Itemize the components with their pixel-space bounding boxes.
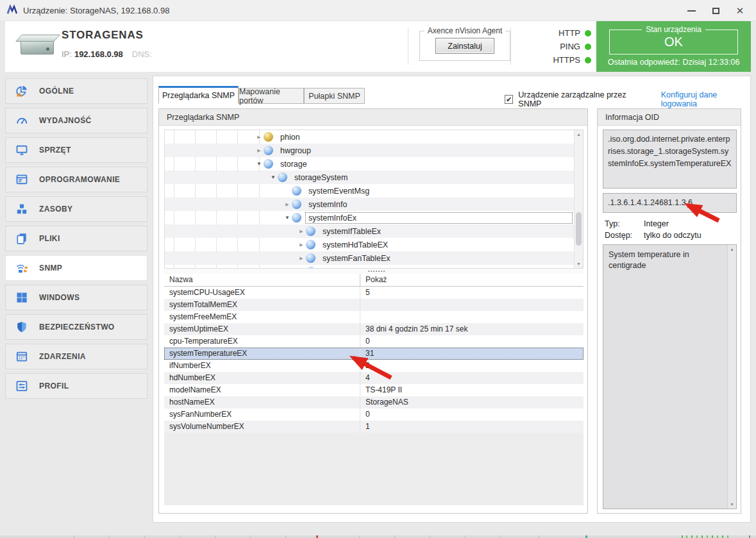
table-row-systemCPU-UsageEX[interactable]: systemCPU-UsageEX5: [164, 287, 584, 299]
taskbar-edge: [0, 535, 756, 538]
expand-arrow-icon[interactable]: ▶: [297, 242, 306, 248]
tree-node-systemInfo[interactable]: ▶systemInfo: [165, 198, 583, 211]
cell-name: systemCPU-UsageEX: [164, 287, 360, 299]
pie-chart-icon: [15, 85, 28, 97]
tree-node-systemInfoEx[interactable]: ▼systemInfoEx: [165, 211, 583, 224]
sidebar-item-windows[interactable]: WINDOWS: [5, 285, 147, 310]
table-row-sysVolumeNumberEX[interactable]: sysVolumeNumberEX1: [164, 421, 584, 433]
table-row-modelNameEX[interactable]: modelNameEXTS-419P II: [164, 384, 584, 396]
tree-node-hwgroup[interactable]: ▶hwgroup: [165, 144, 583, 157]
app-icon: [6, 4, 18, 16]
snmp-manageable-label: Urządzenie zarządzalne przez SNMP: [518, 90, 644, 108]
collapse-arrow-icon[interactable]: ▼: [255, 161, 264, 167]
expand-arrow-icon[interactable]: ▶: [255, 135, 264, 140]
sidebar-item-bezpieczenstwo[interactable]: BEZPIECZEŃSTWO: [5, 314, 147, 340]
expand-arrow-icon[interactable]: ▶: [255, 148, 264, 153]
sidebar-item-snmp[interactable]: SNMP: [5, 255, 147, 281]
sidebar-item-pliki[interactable]: PLIKI: [5, 226, 147, 251]
configure-credentials-link[interactable]: Konfiguruj dane logowania: [661, 90, 750, 108]
table-row-systemTemperatureEX[interactable]: systemTemperatureEX31: [164, 348, 584, 360]
snmp-network-icon: [15, 262, 28, 274]
sidebar-item-oprogramowanie[interactable]: OPROGRAMOWANIE: [5, 167, 147, 192]
taskbar-mark: [727, 535, 728, 538]
cell-value: [360, 299, 584, 311]
scroll-down-icon[interactable]: ▼: [728, 502, 736, 507]
tab-przegladarka-snmp[interactable]: Przeglądarka SNMP: [158, 86, 239, 104]
sidebar-item-ogolne[interactable]: OGÓLNE: [5, 78, 147, 104]
snmp-manageable-checkbox[interactable]: ✔: [505, 95, 513, 104]
tree-node-systemEventMsg[interactable]: systemEventMsg: [165, 184, 583, 198]
taskbar-mark: [749, 535, 750, 538]
sidebar-item-label: BEZPIECZEŃSTWO: [39, 323, 115, 332]
column-header-pokaz[interactable]: Pokaż: [360, 274, 584, 286]
scroll-down-icon[interactable]: ▼: [575, 262, 583, 266]
cell-value: 4: [360, 372, 584, 384]
tab-pulapki-snmp[interactable]: Pułapki SNMP: [304, 88, 365, 104]
title-bar: Urządzenie: StorageNAS, 192.168.0.98 ✕: [0, 0, 756, 21]
sidebar-item-label: OGÓLNE: [39, 87, 74, 96]
table-row-systemTotalMemEX[interactable]: systemTotalMemEX: [164, 299, 584, 311]
table-row-systemFreeMemEX[interactable]: systemFreeMemEX: [164, 311, 584, 323]
taskbar-mark: [250, 535, 251, 538]
scroll-up-icon[interactable]: ▲: [575, 132, 583, 137]
sidebar-item-wydajnosc[interactable]: WYDAJNOŚĆ: [5, 108, 147, 133]
blue-node-icon: [292, 199, 301, 209]
expand-arrow-icon[interactable]: ▶: [297, 229, 306, 234]
cell-name: hdNumberEX: [164, 372, 360, 384]
taskbar-mark: [707, 535, 708, 538]
access-value: tylko do odczytu: [644, 231, 701, 240]
taskbar-mark: [539, 535, 539, 538]
tree-node-label: storage: [278, 159, 310, 169]
taskbar-mark: [285, 535, 286, 538]
expand-arrow-icon[interactable]: ▶: [283, 202, 292, 207]
install-agent-button[interactable]: Zainstaluj: [435, 38, 494, 54]
tree-node-phion[interactable]: ▶phion: [165, 130, 583, 144]
table-row-hostNameEX[interactable]: hostNameEXStorageNAS: [164, 396, 584, 408]
check-http: HTTP: [541, 26, 591, 40]
blue-node-icon: [306, 253, 315, 263]
table-row-ifNumberEX[interactable]: ifNumberEX2: [164, 360, 584, 372]
cell-value: 38 dni 4 godzin 25 min 17 sek: [360, 323, 584, 335]
taskbar-mark: [359, 535, 360, 538]
cell-value: 1: [360, 421, 584, 433]
tree-scrollbar-thumb[interactable]: [576, 212, 582, 246]
scroll-up-icon[interactable]: ▲: [728, 247, 736, 251]
window-title: Urządzenie: StorageNAS, 192.168.0.98: [23, 6, 169, 15]
tree-scrollbar[interactable]: ▲ ▼: [574, 130, 583, 268]
sidebar-item-label: WINDOWS: [39, 293, 80, 302]
splitter-handle[interactable]: [164, 269, 584, 274]
expand-arrow-icon[interactable]: ▶: [297, 256, 306, 261]
oid-description-text: System temperature in centigrade: [603, 245, 736, 271]
sidebar-item-zdarzenia[interactable]: ZDARZENIA: [5, 344, 147, 369]
sidebar-item-profil[interactable]: PROFIL: [5, 373, 147, 399]
agent-groupbox-legend: Axence nVision Agent: [424, 26, 506, 35]
status-groupbox: Stan urządzenia OK: [609, 25, 738, 55]
table-row-sysFanNumberEX[interactable]: sysFanNumberEX0: [164, 408, 584, 421]
tree-node-systemHdTableEX[interactable]: ▶systemHdTableEX: [165, 238, 583, 251]
close-button[interactable]: ✕: [728, 0, 752, 21]
table-row-cpu-TemperatureEX[interactable]: cpu-TemperatureEX0: [164, 335, 584, 348]
tab-mapowanie-portow[interactable]: Mapowanie portów: [239, 88, 304, 104]
taskbar-mark: [394, 535, 395, 538]
sidebar-item-zasoby[interactable]: ZASOBY: [5, 196, 147, 222]
maximize-button[interactable]: [703, 0, 728, 21]
minimize-button[interactable]: [679, 0, 703, 21]
device-icon: [21, 38, 54, 55]
blue-node-icon: [264, 146, 273, 155]
collapse-arrow-icon[interactable]: ▼: [283, 215, 292, 221]
snmp-manageable-row: ✔ Urządzenie zarządzalne przez SNMP Konf…: [505, 90, 750, 108]
tree-node-label: systemEventMsg: [306, 186, 372, 196]
tree-node-storageSystem[interactable]: ▼storageSystem: [165, 171, 583, 184]
tree-node-systemIfTableEx[interactable]: ▶systemIfTableEx: [165, 224, 583, 238]
cell-name: systemTemperatureEX: [164, 348, 360, 360]
table-row-systemUptimeEX[interactable]: systemUptimeEX38 dni 4 godzin 25 min 17 …: [164, 323, 584, 335]
tree-node-systemFanTableEx[interactable]: ▶systemFanTableEx: [165, 251, 583, 265]
snmp-browser-title: Przeglądarka SNMP: [159, 109, 587, 126]
sidebar-item-sprzet[interactable]: SPRZĘT: [5, 137, 147, 163]
gauge-icon: [15, 114, 28, 127]
tree-node-storage[interactable]: ▼storage: [165, 157, 583, 171]
table-row-hdNumberEX[interactable]: hdNumberEX4: [164, 372, 584, 384]
column-header-nazwa[interactable]: Nazwa: [164, 274, 360, 286]
description-scrollbar[interactable]: ▲ ▼: [727, 245, 736, 509]
collapse-arrow-icon[interactable]: ▼: [269, 174, 278, 180]
